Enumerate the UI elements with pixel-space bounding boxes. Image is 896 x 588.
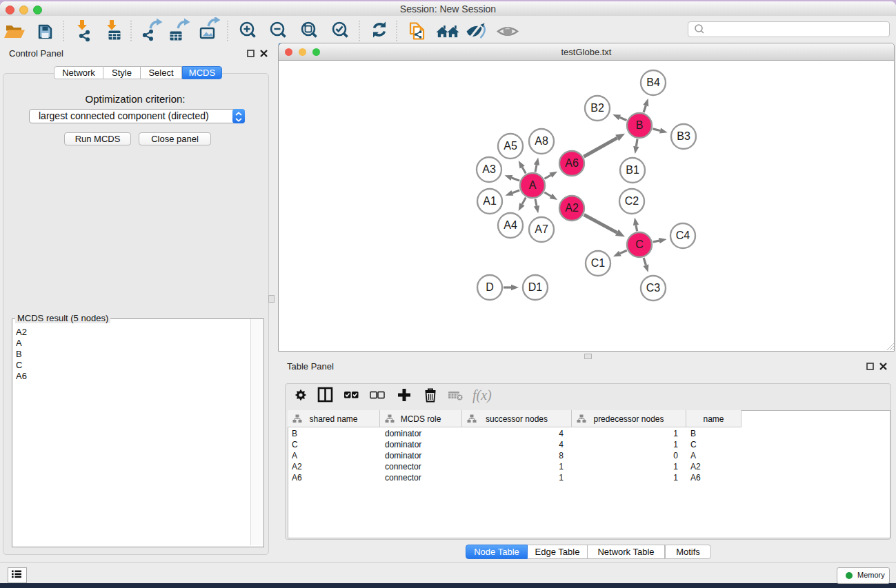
svg-text:B2: B2: [590, 102, 604, 114]
svg-text:A3: A3: [482, 163, 496, 175]
svg-text:A7: A7: [535, 223, 548, 235]
svg-text:C: C: [635, 239, 644, 250]
svg-text:C3: C3: [646, 282, 661, 294]
svg-text:D1: D1: [528, 281, 543, 293]
svg-text:C4: C4: [676, 230, 690, 241]
svg-text:A2: A2: [565, 202, 579, 214]
svg-text:A1: A1: [483, 195, 497, 207]
svg-text:A8: A8: [535, 135, 548, 147]
svg-text:B3: B3: [677, 130, 690, 142]
svg-text:A6: A6: [565, 157, 579, 169]
svg-text:A: A: [529, 179, 537, 191]
svg-text:f(x): f(x): [472, 387, 492, 403]
svg-text:A5: A5: [504, 140, 517, 152]
svg-text:B1: B1: [626, 164, 639, 176]
svg-text:D: D: [486, 281, 494, 293]
svg-text:A4: A4: [504, 219, 517, 231]
svg-text:C2: C2: [625, 195, 639, 207]
svg-text:B4: B4: [646, 77, 660, 88]
svg-text:C1: C1: [591, 257, 606, 269]
svg-text:B: B: [636, 119, 644, 131]
